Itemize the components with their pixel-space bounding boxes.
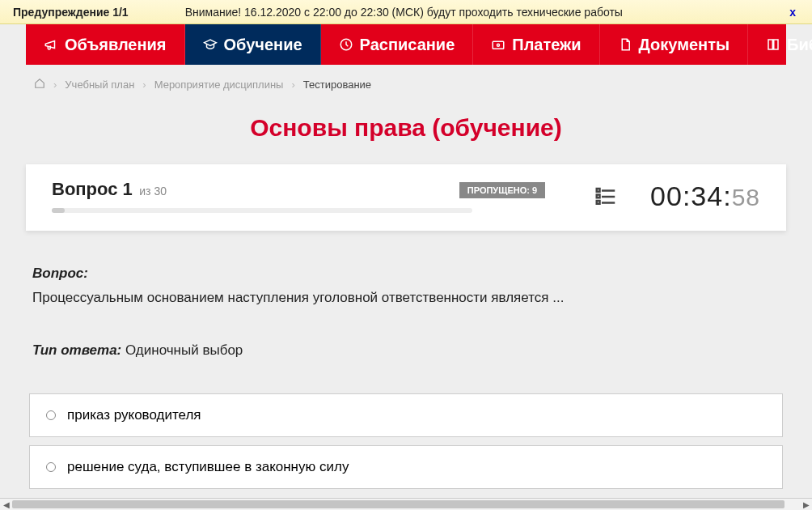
svg-rect-7	[597, 195, 600, 198]
nav-label: Объявления	[65, 36, 167, 54]
megaphone-icon	[44, 37, 58, 52]
timer-main: 00:34:	[650, 181, 732, 211]
alert-bar: Предупреждение 1/1 Внимание! 16.12.2020 …	[0, 0, 812, 24]
nav-documents[interactable]: Документы	[600, 24, 748, 65]
question-block: Вопрос: Процессуальным основанием наступ…	[26, 231, 786, 377]
breadcrumb-current: Тестирование	[303, 79, 371, 91]
question-text: Процессуальным основанием наступления уг…	[32, 287, 780, 308]
answer-type-label: Тип ответа:	[32, 342, 121, 358]
question-list-icon[interactable]	[594, 185, 618, 207]
nav-announcements[interactable]: Объявления	[26, 24, 185, 65]
scroll-left-icon[interactable]: ◀	[0, 499, 12, 510]
alert-title: Предупреждение 1/1	[13, 6, 129, 19]
status-panel: Вопрос 1 из 30 ПРОПУЩЕНО: 9 00:34:58	[26, 164, 786, 231]
answer-text: приказ руководителя	[67, 407, 201, 423]
chevron-right-icon: ›	[291, 79, 294, 91]
breadcrumb-link[interactable]: Учебный план	[65, 79, 134, 91]
progress-bar	[52, 208, 472, 213]
close-icon[interactable]: x	[786, 6, 799, 19]
money-icon	[491, 37, 505, 52]
horizontal-scrollbar[interactable]: ◀ ▶	[0, 498, 812, 510]
chevron-right-icon: ›	[53, 79, 57, 91]
scroll-right-icon[interactable]: ▶	[800, 499, 812, 510]
nav-label: Документы	[639, 36, 730, 54]
question-label: Вопрос:	[32, 263, 780, 284]
nav-label: Расписание	[360, 36, 455, 54]
chevron-right-icon: ›	[142, 79, 146, 91]
page-title: Основы права (обучение)	[26, 114, 786, 142]
breadcrumb-link[interactable]: Мероприятие дисциплины	[154, 79, 284, 91]
question-total: из 30	[139, 185, 167, 198]
home-icon[interactable]	[34, 78, 45, 91]
svg-rect-1	[493, 41, 505, 49]
grad-cap-icon	[203, 37, 218, 52]
answer-option[interactable]: решение суда, вступившее в законную силу	[29, 445, 783, 489]
timer-seconds: 58	[732, 184, 760, 210]
timer: 00:34:58	[650, 181, 760, 212]
nav-label: Библиотека	[787, 36, 812, 54]
clock-icon	[339, 37, 353, 52]
book-icon	[766, 37, 780, 52]
skipped-badge: ПРОПУЩЕНО: 9	[459, 182, 545, 198]
answer-text: решение суда, вступившее в законную силу	[67, 459, 349, 475]
alert-message: Внимание! 16.12.2020 с 22:00 до 22:30 (М…	[185, 6, 787, 19]
nav-learning[interactable]: Обучение	[185, 24, 321, 65]
breadcrumb: › Учебный план › Мероприятие дисциплины …	[26, 65, 786, 100]
svg-point-2	[497, 44, 500, 46]
nav-label: Обучение	[224, 36, 302, 54]
doc-icon	[618, 37, 632, 52]
nav-label: Платежи	[512, 36, 581, 54]
svg-rect-8	[597, 201, 600, 204]
radio-icon[interactable]	[46, 462, 56, 472]
main-nav: Объявления Обучение Расписание Платежи Д…	[26, 24, 786, 65]
svg-rect-6	[597, 189, 600, 192]
nav-payments[interactable]: Платежи	[473, 24, 599, 65]
nav-schedule[interactable]: Расписание	[321, 24, 474, 65]
answer-type: Одиночный выбор	[125, 342, 243, 358]
question-number: Вопрос 1	[52, 179, 133, 199]
nav-library[interactable]: Библиотека	[748, 24, 812, 65]
answer-option[interactable]: приказ руководителя	[29, 393, 783, 437]
answer-list: приказ руководителя решение суда, вступи…	[26, 377, 786, 499]
scroll-thumb[interactable]	[12, 500, 785, 508]
radio-icon[interactable]	[46, 410, 56, 420]
